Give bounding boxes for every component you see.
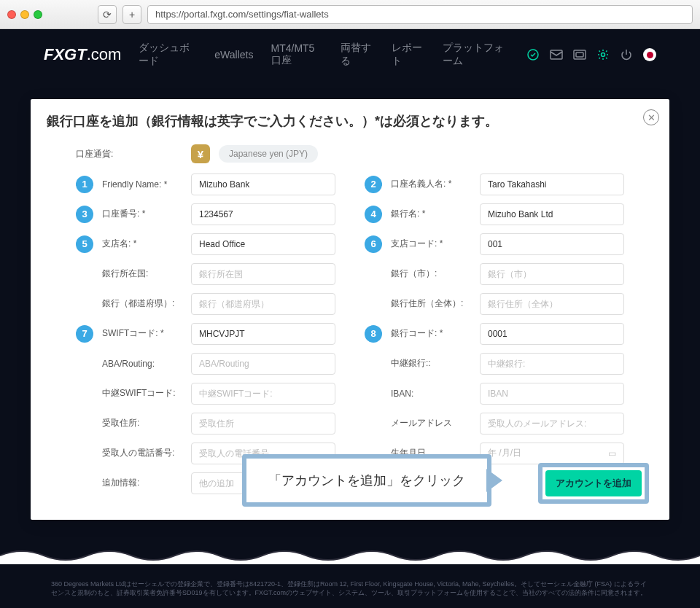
field-label: 銀行（市）: (391, 268, 471, 280)
field-label: 銀行住所（全体）: (391, 297, 471, 310)
reload-button[interactable]: ⟳ (98, 5, 117, 24)
field-label: ABA/Routing: (102, 359, 182, 369)
field-label: 受取人の電話番号: (102, 447, 182, 459)
browser-chrome: ⟳ + https://portal.fxgt.com/settings/fia… (0, 0, 700, 29)
url-bar[interactable]: https://portal.fxgt.com/settings/fiat-wa… (147, 5, 693, 24)
form-row: 8銀行コード: * (365, 319, 624, 348)
form-row: 2口座名義人名: * (365, 169, 624, 199)
field-label: 銀行所在国: (102, 268, 182, 280)
form-row: IBAN: (365, 378, 624, 408)
site-header: FXGT.com ダッシュボード eWallets MT4/MT5口座 両替する… (0, 29, 700, 80)
text-input[interactable] (191, 203, 335, 225)
text-input[interactable] (191, 323, 335, 345)
form-row: メールアドレス (365, 408, 624, 438)
logo-suffix: .com (87, 45, 122, 63)
form-row: 銀行（都道府県）: (76, 289, 335, 319)
footer-disclaimer: 360 Degrees Markets Ltdはセーシェルでの登録企業で、登録番… (51, 580, 649, 598)
text-input[interactable] (480, 233, 624, 255)
text-input[interactable] (480, 203, 624, 225)
modal-title: 銀行口座を追加（銀行情報は英字でご入力ください。）*は必須となります。 (47, 112, 653, 130)
currency-value: Japanese yen (JPY) (219, 145, 318, 163)
maximize-window-icon[interactable] (34, 10, 42, 19)
text-input[interactable] (480, 174, 624, 195)
field-label: 中継銀行:: (391, 357, 471, 370)
form-row: 1Friendly Name: * (76, 169, 335, 199)
text-input[interactable] (480, 413, 624, 434)
field-label: 口座名義人名: * (391, 178, 471, 190)
step-badge: 3 (76, 206, 93, 223)
form-right-column: 2口座名義人名: *4銀行名: *6支店コード: *銀行（市）:銀行住所（全体）… (365, 169, 624, 498)
text-input[interactable] (191, 293, 335, 315)
field-label: 口座番号: * (102, 208, 182, 220)
field-label: 支店名: * (102, 238, 182, 250)
step-badge: 2 (365, 176, 382, 193)
add-button-highlight: アカウントを追加 (538, 463, 649, 504)
form-row: 銀行（市）: (365, 259, 624, 289)
step-badge: 6 (365, 235, 382, 253)
form-row: 4銀行名: * (365, 199, 624, 229)
step-badge: 8 (365, 325, 382, 343)
form-row: 6支店コード: * (365, 229, 624, 259)
svg-rect-3 (576, 52, 583, 57)
nav-platform[interactable]: プラットフォーム (443, 42, 509, 68)
text-input[interactable] (191, 353, 335, 375)
nav-mt4mt5[interactable]: MT4/MT5口座 (271, 42, 324, 67)
form-row: 5支店名: * (76, 229, 335, 259)
text-input[interactable] (191, 174, 335, 195)
logo-main: FXGT (44, 45, 87, 63)
form-row: 銀行所在国: (76, 259, 335, 289)
field-label: 中継SWIFTコード: (102, 387, 182, 400)
field-label: 銀行コード: * (391, 327, 471, 340)
gear-icon[interactable] (596, 48, 610, 61)
yen-icon: ¥ (191, 144, 210, 163)
logo[interactable]: FXGT.com (44, 45, 121, 64)
text-input[interactable] (191, 263, 335, 285)
text-input[interactable] (191, 233, 335, 255)
ticket-icon[interactable] (573, 48, 586, 61)
new-tab-button[interactable]: + (122, 5, 141, 24)
text-input[interactable] (480, 323, 624, 345)
add-bank-modal: ✕ 銀行口座を追加（銀行情報は英字でご入力ください。）*は必須となります。 口座… (31, 99, 669, 520)
wave-divider (0, 547, 700, 564)
step-badge: 4 (365, 206, 382, 223)
field-label: 受取住所: (102, 417, 182, 429)
nav-ewallets[interactable]: eWallets (214, 49, 253, 61)
currency-label: 口座通貨: (76, 148, 182, 160)
power-icon[interactable] (620, 48, 633, 61)
step-badge: 1 (76, 176, 93, 193)
text-input[interactable] (480, 353, 624, 375)
check-icon[interactable] (526, 48, 540, 61)
minimize-window-icon[interactable] (20, 10, 29, 19)
form-row: 7SWIFTコード: * (76, 319, 335, 348)
instruction-callout: 「アカウントを追加」をクリック (242, 454, 491, 507)
field-label: 銀行（都道府県）: (102, 297, 182, 310)
form-row: 3口座番号: * (76, 199, 335, 229)
window-controls (7, 10, 42, 19)
add-account-button[interactable]: アカウントを追加 (545, 470, 642, 496)
field-label: 追加情報: (102, 477, 182, 489)
close-icon[interactable]: ✕ (643, 109, 659, 125)
field-label: メールアドレス (391, 417, 471, 429)
text-input[interactable] (191, 413, 335, 434)
svg-point-4 (602, 53, 605, 57)
text-input[interactable] (191, 383, 335, 405)
step-badge: 7 (76, 325, 93, 343)
field-label: IBAN: (391, 389, 471, 399)
flag-jp-icon[interactable] (643, 48, 656, 61)
text-input[interactable] (480, 293, 624, 315)
svg-rect-1 (551, 50, 562, 59)
form-left-column: 1Friendly Name: *3口座番号: *5支店名: *銀行所在国:銀行… (76, 169, 335, 498)
text-input[interactable] (480, 383, 624, 405)
text-input[interactable] (480, 263, 624, 285)
nav-exchange[interactable]: 両替する (341, 42, 374, 68)
field-label: SWIFTコード: * (102, 327, 182, 340)
field-label: 支店コード: * (391, 238, 471, 250)
close-window-icon[interactable] (7, 10, 16, 19)
nav-dashboard[interactable]: ダッシュボード (139, 42, 197, 68)
field-label: 銀行名: * (391, 208, 471, 220)
nav-report[interactable]: レポート (392, 42, 425, 68)
form-row: 中継SWIFTコード: (76, 378, 335, 408)
mail-icon[interactable] (550, 48, 563, 61)
calendar-icon: ▭ (608, 448, 616, 459)
date-input[interactable]: 年 /月/日▭ (480, 443, 624, 464)
